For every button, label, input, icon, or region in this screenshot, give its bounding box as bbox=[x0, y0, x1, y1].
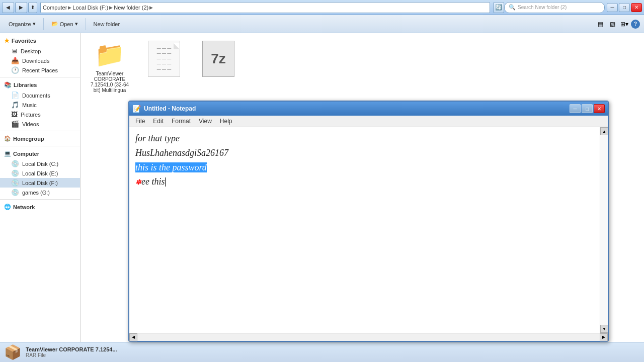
scroll-up-button[interactable]: ▲ bbox=[600, 127, 608, 135]
documents-label: Documents bbox=[22, 93, 50, 99]
menu-help[interactable]: Help bbox=[216, 117, 236, 126]
file-item-7z[interactable]: 7z bbox=[193, 37, 244, 97]
line-2-text: HusLhahenasdgiSa26167 bbox=[135, 148, 228, 158]
up-button[interactable]: ⬆ bbox=[28, 2, 37, 13]
scroll-down-button[interactable]: ▼ bbox=[600, 325, 608, 333]
sidebar-item-videos[interactable]: 🎬 Videos bbox=[0, 119, 80, 129]
sidebar-item-pictures[interactable]: 🖼 Pictures bbox=[0, 110, 80, 119]
drive-e-label: Local Disk (E:) bbox=[22, 170, 58, 176]
notepad-app-icon: 📝 bbox=[132, 105, 141, 113]
nav-area: ◀ ▶ ⬆ Computer ▶ Local Disk (F:) ▶ New f… bbox=[2, 2, 504, 13]
search-placeholder: Search New folder (2) bbox=[518, 5, 567, 10]
notepad-text-area[interactable]: for that type HusLhahenasdgiSa26167 this… bbox=[129, 127, 600, 333]
libraries-header[interactable]: 📚 Libraries bbox=[0, 79, 80, 90]
menu-format[interactable]: Format bbox=[168, 117, 195, 126]
breadcrumb-drive[interactable]: Local Disk (F:) bbox=[72, 5, 108, 11]
close-button[interactable]: ✕ bbox=[631, 3, 642, 12]
drive-f-label: Local Disk (F:) bbox=[22, 180, 58, 186]
folder-icon-large: 📁 bbox=[95, 41, 125, 69]
notepad-scrollbar-vertical: ▲ ▼ bbox=[600, 127, 608, 333]
drive-f-icon: 💿 bbox=[11, 179, 19, 187]
line-4-text: ee this bbox=[141, 176, 165, 187]
notepad-minimize-button[interactable]: ─ bbox=[570, 104, 581, 113]
homegroup-header[interactable]: 🏠 Homegroup bbox=[0, 133, 80, 144]
maximize-button[interactable]: □ bbox=[619, 3, 630, 12]
downloads-icon: 📥 bbox=[11, 57, 19, 64]
libraries-label: Libraries bbox=[14, 82, 37, 88]
address-bar[interactable]: Computer ▶ Local Disk (F:) ▶ New folder … bbox=[40, 2, 490, 13]
forward-button[interactable]: ▶ bbox=[15, 2, 27, 13]
breadcrumb-folder[interactable]: New folder (2) bbox=[114, 5, 148, 11]
drive-c-icon: 💿 bbox=[11, 160, 19, 167]
sidebar-item-documents[interactable]: 📄 Documents bbox=[0, 90, 80, 100]
folder-name: TeamViewer CORPORATE 7.12541.0 (32-64 bi… bbox=[87, 71, 132, 93]
open-label: Open bbox=[60, 21, 73, 27]
refresh-button[interactable]: 🔄 bbox=[493, 2, 504, 13]
sidebar-item-music[interactable]: 🎵 Music bbox=[0, 100, 80, 110]
notepad-content: for that type HusLhahenasdgiSa26167 this… bbox=[129, 127, 608, 333]
desktop-icon: 🖥 bbox=[11, 47, 18, 55]
sidebar-item-local-c[interactable]: 💿 Local Disk (C:) bbox=[0, 159, 80, 168]
computer-label: Computer bbox=[13, 151, 39, 157]
details-pane-button[interactable]: ▤ bbox=[595, 19, 606, 30]
new-folder-button[interactable]: New folder bbox=[89, 17, 125, 31]
open-button[interactable]: 📂 Open ▾ bbox=[47, 17, 83, 31]
organize-button[interactable]: Organize ▾ bbox=[4, 17, 40, 31]
computer-header[interactable]: 💻 Computer bbox=[0, 148, 80, 159]
recent-places-label: Recent Places bbox=[22, 67, 58, 73]
status-bar: 📦 TeamViewer CORPORATE 7.1254... RAR Fil… bbox=[0, 342, 644, 362]
back-button[interactable]: ◀ bbox=[2, 2, 14, 13]
sidebar-item-games-g[interactable]: 💿 games (G:) bbox=[0, 188, 80, 197]
sep3: ▶ bbox=[149, 5, 153, 10]
breadcrumb-computer[interactable]: Computer bbox=[43, 5, 67, 11]
divider-2 bbox=[0, 131, 80, 131]
7z-icon-large: 7z bbox=[202, 41, 234, 77]
search-bar[interactable]: 🔍 Search New folder (2) bbox=[504, 2, 605, 13]
downloads-label: Downloads bbox=[22, 58, 49, 64]
scroll-right-button[interactable]: ▶ bbox=[600, 333, 608, 341]
organize-chevron: ▾ bbox=[33, 21, 36, 27]
notepad-window-controls: ─ □ ✕ bbox=[570, 104, 605, 113]
documents-icon: 📄 bbox=[11, 92, 19, 99]
doc-icon-large: — — —— — —— — —— — —— — — bbox=[148, 41, 180, 77]
scroll-left-button[interactable]: ◀ bbox=[129, 333, 137, 341]
notepad-line-1: for that type bbox=[135, 131, 594, 146]
help-button[interactable]: ? bbox=[631, 20, 640, 29]
file-item-doc[interactable]: — — —— — —— — —— — —— — — bbox=[139, 37, 189, 97]
network-header[interactable]: 🌐 Network bbox=[0, 202, 80, 212]
sidebar-item-desktop[interactable]: 🖥 Desktop bbox=[0, 46, 80, 56]
status-info: TeamViewer CORPORATE 7.1254... RAR File bbox=[26, 346, 117, 358]
menu-view[interactable]: View bbox=[195, 117, 216, 126]
organize-label: Organize bbox=[9, 21, 31, 27]
music-icon: 🎵 bbox=[11, 101, 19, 109]
status-file-icon: 📦 bbox=[4, 344, 22, 360]
sidebar-item-local-e[interactable]: 💿 Local Disk (E:) bbox=[0, 168, 80, 178]
files-grid: 📁 TeamViewer CORPORATE 7.12541.0 (32-64 … bbox=[85, 37, 640, 97]
pictures-icon: 🖼 bbox=[11, 111, 18, 118]
pictures-label: Pictures bbox=[21, 112, 41, 118]
notepad-close-button[interactable]: ✕ bbox=[594, 104, 605, 113]
notepad-maximize-button[interactable]: □ bbox=[582, 104, 593, 113]
videos-icon: 🎬 bbox=[11, 120, 19, 128]
file-item-teamviewer-folder[interactable]: 📁 TeamViewer CORPORATE 7.12541.0 (32-64 … bbox=[85, 37, 135, 97]
red-star-icon: ✽ bbox=[135, 178, 141, 186]
homegroup-label: Homegroup bbox=[13, 136, 44, 142]
sidebar-item-downloads[interactable]: 📥 Downloads bbox=[0, 56, 80, 65]
notepad-title: Untitled - Notepad bbox=[144, 105, 570, 112]
preview-pane-button[interactable]: ▧ bbox=[607, 19, 618, 30]
sidebar-item-local-f[interactable]: 💿 Local Disk (F:) bbox=[0, 178, 80, 188]
scroll-track-v[interactable] bbox=[600, 135, 608, 325]
desktop-label: Desktop bbox=[21, 48, 41, 54]
menu-file[interactable]: File bbox=[131, 117, 149, 126]
line-3-selected-text: this is the password bbox=[135, 162, 207, 172]
favorites-header[interactable]: ★ Favorites bbox=[0, 35, 80, 46]
sidebar-item-recent-places[interactable]: 🕐 Recent Places bbox=[0, 65, 80, 75]
change-view-button[interactable]: ⊞▾ bbox=[619, 19, 630, 30]
notepad-line-4: ✽ee this bbox=[135, 174, 594, 189]
sep1: ▶ bbox=[68, 5, 71, 10]
minimize-button[interactable]: ─ bbox=[607, 3, 618, 12]
menu-edit[interactable]: Edit bbox=[149, 117, 168, 126]
toolbar: Organize ▾ 📂 Open ▾ New folder ▤ ▧ ⊞▾ ? bbox=[0, 15, 644, 33]
status-filetype: RAR File bbox=[26, 352, 117, 358]
favorites-label: Favorites bbox=[12, 38, 36, 44]
